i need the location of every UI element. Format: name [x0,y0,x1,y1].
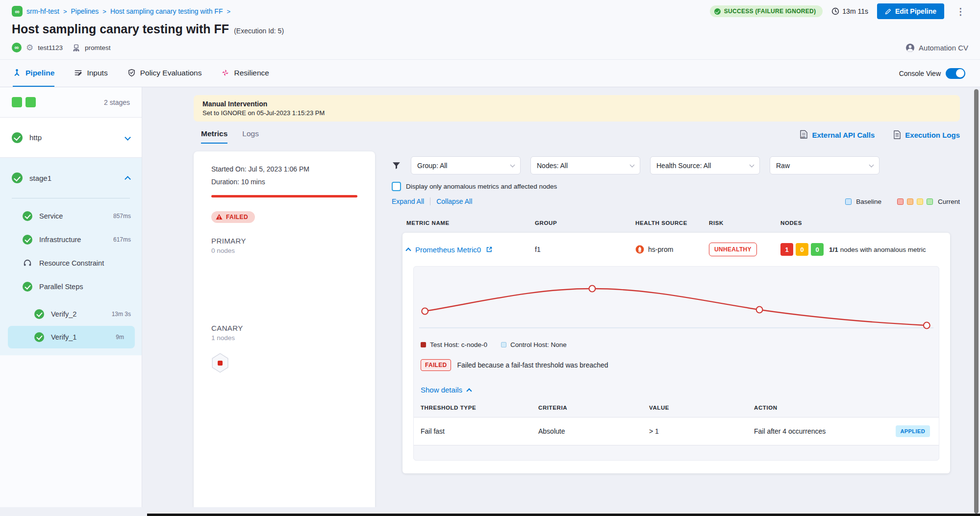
group-filter-value: Group: All [417,162,447,170]
view-mode-select[interactable]: Raw [770,156,879,174]
health-source-filter-select[interactable]: Health Source: All [650,156,760,174]
criteria-value: Absolute [538,427,649,435]
sidebar-step-service[interactable]: Service 857ms [0,204,142,228]
filter-funnel-icon [392,161,401,170]
breadcrumb: ∞ srm-hf-test > Pipelines > Host samplin… [12,5,968,18]
chevron-up-icon[interactable] [125,176,131,182]
threshold-table-header: THRESHOLD TYPE CRITERIA VALUE ACTION [414,405,939,417]
service-icon: ∞ [12,43,22,52]
sidebar-stage-stage1[interactable]: stage1 [0,158,142,198]
success-check-icon [23,235,32,245]
sidebar-empty-area [0,355,142,507]
control-host-legend-item: Control Host: None [501,341,567,348]
success-check-icon [34,332,44,342]
chevron-down-icon [510,162,515,167]
group-filter-select[interactable]: Group: All [411,156,521,174]
tab-inputs[interactable]: Inputs [74,60,107,87]
sidebar-step-resource-constraint[interactable]: Resource Constraint [0,251,142,275]
expand-all-link[interactable]: Expand All [392,197,424,205]
breadcrumb-project-link[interactable]: srm-hf-test [26,7,59,15]
anomalous-filter-row: Display only anomalous metrics and affec… [392,182,960,191]
console-view-toggle[interactable] [946,68,965,79]
edit-pipeline-button[interactable]: Edit Pipeline [877,3,944,19]
sidebar-step-verify-1[interactable]: Verify_1 9m [8,326,135,348]
col-metric-name: METRIC NAME [402,220,531,233]
environment-name[interactable]: promtest [85,44,111,51]
metric-name-link[interactable]: Prometheus Metric0 [415,246,481,254]
breadcrumb-pipeline-link[interactable]: Host sampling canary testing with FF [110,7,223,15]
banner-subtitle: Set to IGNORE on 05-Jul-2023 1:15:23 PM [202,109,951,117]
action-value: Fail after 4 occurrences [754,427,826,435]
stage-status-square [25,97,36,107]
current-legend-label: Current [938,198,960,205]
warning-triangle-icon [216,214,223,220]
chart-color-legend: Baseline Current [845,198,960,205]
breadcrumb-separator: > [226,8,230,15]
main-content: Manual Intervention Set to IGNORE on 05-… [142,87,980,507]
step-duration: 617ms [113,236,131,243]
failed-tag: FAILED [421,359,451,371]
external-link-icon[interactable] [486,246,493,253]
success-check-icon [714,8,721,15]
vertical-scrollbar[interactable] [974,89,979,514]
step-label: Resource Constraint [39,259,104,267]
failure-reason-row: FAILED Failed because a fail-fast thresh… [421,359,939,371]
step-duration: 13m 3s [112,311,131,318]
collapse-all-link[interactable]: Collapse All [436,197,472,205]
tab-logs[interactable]: Logs [242,129,259,144]
canary-node-hexagon[interactable] [211,353,229,373]
more-options-menu[interactable]: ⋮ [953,6,968,17]
horizontal-scrollbar[interactable] [147,514,980,516]
stage-status-square [12,97,22,107]
shield-check-icon [127,69,136,77]
execution-id: (Execution Id: 5) [234,27,284,35]
sidebar-step-parallel-steps[interactable]: Parallel Steps [0,275,142,298]
test-host-legend-item: Test Host: c-node-0 [421,341,487,348]
inputs-icon [74,69,82,77]
tab-metrics[interactable]: Metrics [201,129,227,144]
anomalous-only-checkbox[interactable] [392,182,401,191]
user-icon [905,43,915,52]
filter-row: Group: All Nodes: All Health Source: All… [392,156,960,174]
sidebar-stage1-section: stage1 Service 857ms Infrastructure 617m… [0,158,142,355]
metric-row: Prometheus Metric0 f1 hs-prom UNHEALTHY … [402,233,950,266]
tab-inputs-label: Inputs [87,69,107,77]
applied-badge: APPLIED [896,425,930,437]
col-risk: RISK [705,220,777,233]
show-details-toggle[interactable]: Show details [421,386,939,394]
tab-pipeline[interactable]: Pipeline [13,60,54,87]
tab-pipeline-label: Pipeline [25,69,54,77]
sidebar-step-verify-2[interactable]: Verify_2 13m 3s [0,302,142,326]
nodes-filter-select[interactable]: Nodes: All [530,156,640,174]
headphones-icon [23,258,32,268]
sidebar-stage-http[interactable]: http [0,118,142,158]
execution-logs-link[interactable]: Execution Logs [893,130,960,140]
canary-node-count: 1 nodes [211,334,357,342]
environment-icon [72,44,80,52]
external-api-calls-link[interactable]: API External API Calls [800,130,875,140]
chevron-down-icon[interactable] [125,134,131,141]
user-name: Automation CV [919,44,968,52]
status-badge: SUCCESS (FAILURE IGNORED) [710,5,823,17]
sidebar-step-infrastructure[interactable]: Infrastructure 617ms [0,228,142,251]
col-nodes: NODES [777,220,950,233]
col-threshold-type: THRESHOLD TYPE [421,405,538,417]
canary-label: CANARY [211,324,357,332]
tab-policy-evaluations[interactable]: Policy Evaluations [127,60,202,87]
stage-summary-row[interactable]: 2 stages [0,87,142,118]
step-label: Infrastructure [39,236,81,244]
test-host-swatch [421,342,426,347]
page-header: ∞ srm-hf-test > Pipelines > Host samplin… [0,0,980,60]
service-name[interactable]: test1123 [38,44,63,51]
metric-line-chart [415,270,937,339]
metrics-table-header: METRIC NAME GROUP HEALTH SOURCE RISK NOD… [402,220,950,233]
status-badge-label: SUCCESS (FAILURE IGNORED) [724,8,816,15]
breadcrumb-separator: > [63,8,67,15]
collapse-metric-chevron-icon[interactable] [405,247,411,253]
tab-resilience[interactable]: Resilience [221,60,269,87]
execution-logs-label: Execution Logs [905,131,960,139]
step-label: Verify_1 [51,333,76,341]
health-source-value: hs-prom [648,246,673,253]
success-check-icon [12,172,23,183]
breadcrumb-pipelines-link[interactable]: Pipelines [71,7,99,15]
